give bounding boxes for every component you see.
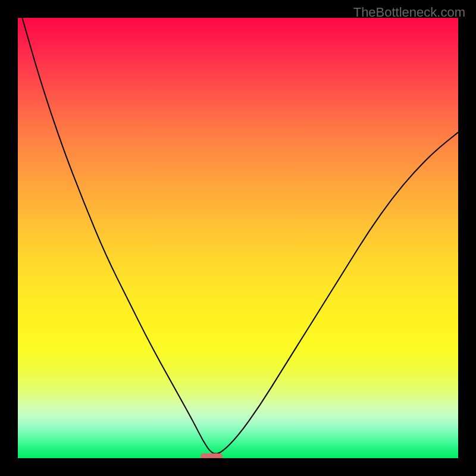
watermark-text: TheBottleneck.com bbox=[353, 5, 465, 20]
optimal-marker bbox=[201, 453, 223, 458]
bottleneck-curve bbox=[18, 18, 458, 458]
chart-container bbox=[18, 18, 458, 458]
